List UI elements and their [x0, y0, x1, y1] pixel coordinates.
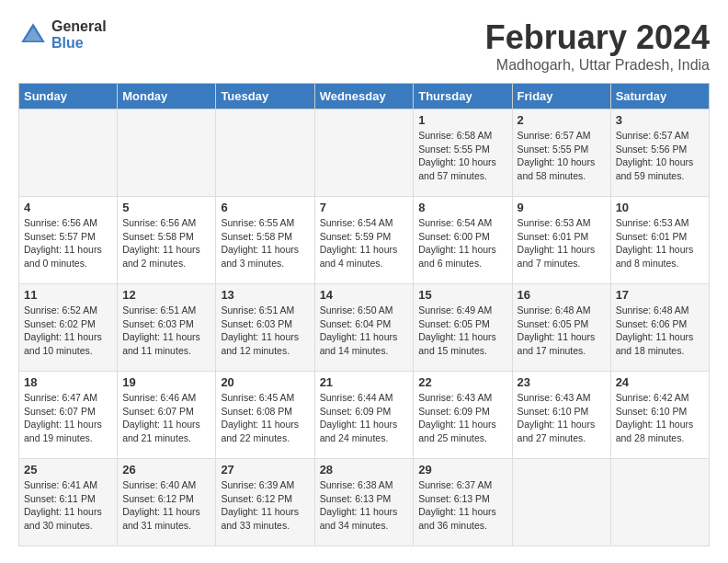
- calendar-cell: 28Sunrise: 6:38 AM Sunset: 6:13 PM Dayli…: [314, 459, 414, 546]
- calendar-cell: [512, 459, 610, 546]
- day-info: Sunrise: 6:49 AM Sunset: 6:05 PM Dayligh…: [418, 304, 506, 358]
- day-info: Sunrise: 6:42 AM Sunset: 6:10 PM Dayligh…: [616, 391, 704, 445]
- calendar-week-row: 25Sunrise: 6:41 AM Sunset: 6:11 PM Dayli…: [19, 459, 710, 546]
- calendar-cell: 18Sunrise: 6:47 AM Sunset: 6:07 PM Dayli…: [19, 372, 118, 459]
- weekday-header-row: SundayMondayTuesdayWednesdayThursdayFrid…: [19, 84, 710, 109]
- weekday-header-tuesday: Tuesday: [216, 84, 314, 109]
- calendar-cell: 14Sunrise: 6:50 AM Sunset: 6:04 PM Dayli…: [314, 284, 414, 372]
- day-number: 1: [418, 113, 506, 127]
- day-info: Sunrise: 6:44 AM Sunset: 6:09 PM Dayligh…: [320, 391, 409, 445]
- day-number: 13: [221, 288, 309, 302]
- day-info: Sunrise: 6:58 AM Sunset: 5:55 PM Dayligh…: [418, 129, 506, 183]
- day-info: Sunrise: 6:56 AM Sunset: 5:58 PM Dayligh…: [122, 216, 210, 270]
- day-number: 28: [320, 463, 409, 477]
- calendar-cell: 2Sunrise: 6:57 AM Sunset: 5:55 PM Daylig…: [512, 109, 610, 197]
- day-number: 18: [24, 375, 112, 389]
- calendar-table: SundayMondayTuesdayWednesdayThursdayFrid…: [18, 83, 710, 546]
- day-number: 26: [122, 463, 210, 477]
- calendar-cell: 10Sunrise: 6:53 AM Sunset: 6:01 PM Dayli…: [610, 197, 709, 284]
- calendar-cell: 7Sunrise: 6:54 AM Sunset: 5:59 PM Daylig…: [314, 197, 414, 284]
- calendar-cell: 5Sunrise: 6:56 AM Sunset: 5:58 PM Daylig…: [118, 197, 216, 284]
- calendar-week-row: 18Sunrise: 6:47 AM Sunset: 6:07 PM Dayli…: [19, 372, 710, 459]
- calendar-cell: [118, 109, 216, 197]
- calendar-cell: 13Sunrise: 6:51 AM Sunset: 6:03 PM Dayli…: [216, 284, 314, 372]
- weekday-header-monday: Monday: [118, 84, 216, 109]
- day-number: 16: [518, 288, 606, 302]
- calendar-cell: [19, 109, 118, 197]
- day-info: Sunrise: 6:57 AM Sunset: 5:56 PM Dayligh…: [616, 129, 704, 183]
- day-info: Sunrise: 6:51 AM Sunset: 6:03 PM Dayligh…: [122, 304, 210, 358]
- day-info: Sunrise: 6:52 AM Sunset: 6:02 PM Dayligh…: [24, 304, 112, 358]
- day-number: 11: [24, 288, 112, 302]
- calendar-cell: 27Sunrise: 6:39 AM Sunset: 6:12 PM Dayli…: [216, 459, 314, 546]
- day-info: Sunrise: 6:57 AM Sunset: 5:55 PM Dayligh…: [518, 129, 606, 183]
- day-number: 6: [221, 201, 309, 214]
- day-number: 22: [418, 375, 506, 389]
- weekday-header-sunday: Sunday: [19, 84, 118, 109]
- day-number: 5: [122, 201, 210, 214]
- calendar-cell: [610, 459, 709, 546]
- day-info: Sunrise: 6:39 AM Sunset: 6:12 PM Dayligh…: [221, 478, 309, 533]
- calendar-cell: 25Sunrise: 6:41 AM Sunset: 6:11 PM Dayli…: [19, 459, 118, 546]
- day-number: 8: [418, 201, 506, 214]
- weekday-header-wednesday: Wednesday: [314, 84, 414, 109]
- day-info: Sunrise: 6:54 AM Sunset: 5:59 PM Dayligh…: [320, 216, 409, 270]
- calendar-cell: 3Sunrise: 6:57 AM Sunset: 5:56 PM Daylig…: [610, 109, 709, 197]
- calendar-cell: 11Sunrise: 6:52 AM Sunset: 6:02 PM Dayli…: [19, 284, 118, 372]
- calendar-cell: 23Sunrise: 6:43 AM Sunset: 6:10 PM Dayli…: [512, 372, 610, 459]
- calendar-cell: 8Sunrise: 6:54 AM Sunset: 6:00 PM Daylig…: [414, 197, 512, 284]
- logo: General Blue: [18, 18, 107, 51]
- day-info: Sunrise: 6:48 AM Sunset: 6:06 PM Dayligh…: [616, 304, 704, 358]
- logo-blue-text: Blue: [51, 35, 107, 52]
- day-info: Sunrise: 6:37 AM Sunset: 6:13 PM Dayligh…: [418, 478, 506, 533]
- day-info: Sunrise: 6:45 AM Sunset: 6:08 PM Dayligh…: [221, 391, 309, 445]
- day-number: 2: [518, 113, 606, 127]
- calendar-week-row: 1Sunrise: 6:58 AM Sunset: 5:55 PM Daylig…: [19, 109, 710, 197]
- calendar-cell: 9Sunrise: 6:53 AM Sunset: 6:01 PM Daylig…: [512, 197, 610, 284]
- day-number: 7: [320, 201, 409, 214]
- day-info: Sunrise: 6:54 AM Sunset: 6:00 PM Dayligh…: [418, 216, 506, 270]
- day-info: Sunrise: 6:50 AM Sunset: 6:04 PM Dayligh…: [320, 304, 409, 358]
- logo-icon: [18, 20, 48, 50]
- day-info: Sunrise: 6:47 AM Sunset: 6:07 PM Dayligh…: [24, 391, 112, 445]
- day-number: 23: [518, 375, 606, 389]
- day-number: 20: [221, 375, 309, 389]
- calendar-cell: 12Sunrise: 6:51 AM Sunset: 6:03 PM Dayli…: [118, 284, 216, 372]
- day-number: 25: [24, 463, 112, 477]
- calendar-cell: [314, 109, 414, 197]
- calendar-cell: 22Sunrise: 6:43 AM Sunset: 6:09 PM Dayli…: [414, 372, 512, 459]
- title-area: February 2024 Madhogarh, Uttar Pradesh, …: [485, 18, 710, 74]
- day-number: 27: [221, 463, 309, 477]
- day-number: 10: [616, 201, 704, 214]
- calendar-cell: 29Sunrise: 6:37 AM Sunset: 6:13 PM Dayli…: [414, 459, 512, 546]
- weekday-header-friday: Friday: [512, 84, 610, 109]
- calendar-week-row: 4Sunrise: 6:56 AM Sunset: 5:57 PM Daylig…: [19, 197, 710, 284]
- day-number: 19: [122, 375, 210, 389]
- day-info: Sunrise: 6:53 AM Sunset: 6:01 PM Dayligh…: [518, 216, 606, 270]
- calendar-cell: 21Sunrise: 6:44 AM Sunset: 6:09 PM Dayli…: [314, 372, 414, 459]
- calendar-cell: 6Sunrise: 6:55 AM Sunset: 5:58 PM Daylig…: [216, 197, 314, 284]
- page-header: General Blue February 2024 Madhogarh, Ut…: [18, 18, 710, 74]
- day-info: Sunrise: 6:43 AM Sunset: 6:09 PM Dayligh…: [418, 391, 506, 445]
- day-info: Sunrise: 6:40 AM Sunset: 6:12 PM Dayligh…: [122, 478, 210, 533]
- calendar-cell: 17Sunrise: 6:48 AM Sunset: 6:06 PM Dayli…: [610, 284, 709, 372]
- calendar-cell: 26Sunrise: 6:40 AM Sunset: 6:12 PM Dayli…: [118, 459, 216, 546]
- day-info: Sunrise: 6:43 AM Sunset: 6:10 PM Dayligh…: [518, 391, 606, 445]
- day-number: 3: [616, 113, 704, 127]
- calendar-cell: 24Sunrise: 6:42 AM Sunset: 6:10 PM Dayli…: [610, 372, 709, 459]
- day-number: 9: [518, 201, 606, 214]
- calendar-cell: [216, 109, 314, 197]
- day-info: Sunrise: 6:48 AM Sunset: 6:05 PM Dayligh…: [518, 304, 606, 358]
- day-number: 29: [418, 463, 506, 477]
- day-number: 4: [24, 201, 112, 214]
- calendar-cell: 15Sunrise: 6:49 AM Sunset: 6:05 PM Dayli…: [414, 284, 512, 372]
- day-number: 14: [320, 288, 409, 302]
- calendar-cell: 19Sunrise: 6:46 AM Sunset: 6:07 PM Dayli…: [118, 372, 216, 459]
- month-title: February 2024: [485, 18, 710, 57]
- weekday-header-saturday: Saturday: [610, 84, 709, 109]
- day-info: Sunrise: 6:53 AM Sunset: 6:01 PM Dayligh…: [616, 216, 704, 270]
- weekday-header-thursday: Thursday: [414, 84, 512, 109]
- day-number: 15: [418, 288, 506, 302]
- day-info: Sunrise: 6:55 AM Sunset: 5:58 PM Dayligh…: [221, 216, 309, 270]
- day-info: Sunrise: 6:46 AM Sunset: 6:07 PM Dayligh…: [122, 391, 210, 445]
